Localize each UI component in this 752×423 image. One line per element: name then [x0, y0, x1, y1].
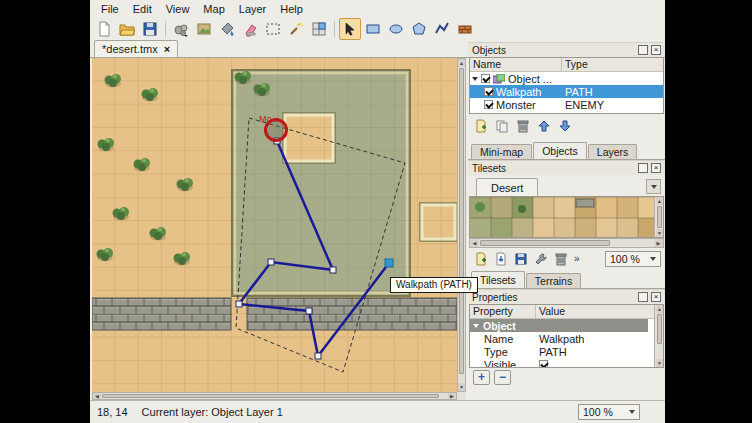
walkpath-row[interactable]: Walkpath PATH — [470, 85, 663, 98]
property-row-type[interactable]: Type PATH — [470, 345, 648, 358]
undock-icon[interactable] — [638, 292, 648, 302]
menu-view[interactable]: View — [159, 1, 197, 17]
remove-object-icon[interactable] — [514, 117, 532, 135]
raise-object-icon[interactable] — [535, 117, 553, 135]
select-same-tile-icon[interactable] — [308, 18, 330, 40]
current-layer-label: Current layer: Object Layer 1 — [142, 406, 283, 418]
document-tab[interactable]: *desert.tmx × — [94, 40, 178, 57]
tab-objects[interactable]: Objects — [533, 142, 587, 159]
menu-help[interactable]: Help — [273, 1, 310, 17]
scroll-up-icon[interactable]: ▲ — [656, 305, 663, 313]
export-tileset-icon[interactable] — [512, 250, 530, 268]
tab-layers[interactable]: Layers — [588, 144, 638, 159]
map-horizontal-scrollbar[interactable]: ◀ ▶ — [92, 392, 457, 400]
tab-tilesets[interactable]: Tilesets — [471, 271, 525, 288]
tileset-dropdown-icon[interactable] — [646, 179, 661, 194]
properties-scrollbar[interactable]: ▲ ▼ — [654, 305, 663, 367]
tileset-properties-icon[interactable] — [532, 250, 550, 268]
terrain-brush-icon[interactable] — [193, 18, 215, 40]
menu-map[interactable]: Map — [196, 1, 231, 17]
lower-object-icon[interactable] — [556, 117, 574, 135]
column-property[interactable]: Property — [470, 305, 536, 318]
tileset-view[interactable]: ▲ ▼ — [469, 196, 664, 238]
tab-mini-map[interactable]: Mini-map — [471, 144, 532, 159]
tileset-zoom-select[interactable]: 100 % — [605, 251, 661, 267]
status-zoom-select[interactable]: 100 % — [578, 404, 640, 420]
save-icon[interactable] — [139, 18, 161, 40]
map-hscroll-thumb[interactable] — [102, 394, 439, 398]
scroll-left-icon[interactable]: ◀ — [470, 239, 479, 247]
tileset-vscroll-thumb[interactable] — [657, 206, 662, 228]
tab-close-icon[interactable]: × — [164, 43, 170, 55]
map-canvas[interactable]: Mo... — [92, 58, 457, 392]
scroll-left-icon[interactable]: ◀ — [93, 393, 101, 399]
object-visible-checkbox[interactable] — [484, 100, 493, 109]
insert-polygon-icon[interactable] — [408, 18, 430, 40]
property-row-name[interactable]: Name Walkpath — [470, 332, 648, 345]
menubar: File Edit View Map Layer Help — [90, 0, 665, 17]
map-vertical-scrollbar[interactable]: ▲ ▼ — [457, 58, 466, 392]
bucket-fill-icon[interactable] — [216, 18, 238, 40]
column-name[interactable]: Name — [470, 58, 562, 71]
scroll-right-icon[interactable]: ▶ — [448, 393, 456, 399]
insert-tile-icon[interactable] — [454, 18, 476, 40]
remove-property-button[interactable]: − — [494, 370, 511, 385]
new-object-icon[interactable] — [472, 117, 490, 135]
scroll-right-icon[interactable]: ▶ — [654, 239, 663, 247]
property-group-object[interactable]: Object — [470, 319, 648, 332]
tileset-tabs: Tilesets Terrains — [468, 271, 665, 289]
undock-icon[interactable] — [638, 163, 648, 173]
insert-polyline-icon[interactable] — [431, 18, 453, 40]
dock-close-icon[interactable]: × — [651, 45, 661, 55]
rectangular-select-icon[interactable] — [262, 18, 284, 40]
map-vscroll-thumb[interactable] — [459, 68, 464, 374]
remove-tileset-icon[interactable] — [552, 250, 570, 268]
new-tileset-icon[interactable] — [472, 250, 490, 268]
object-layer-row[interactable]: Object ... — [470, 72, 663, 85]
duplicate-object-icon[interactable] — [493, 117, 511, 135]
properties-scroll-thumb[interactable] — [657, 314, 662, 344]
menu-file[interactable]: File — [94, 1, 126, 17]
stamp-brush-icon[interactable] — [170, 18, 192, 40]
tileset-tabrow: Desert — [468, 175, 665, 196]
property-row-visible[interactable]: Visible — [470, 358, 648, 368]
monster-row[interactable]: Monster ENEMY — [470, 98, 663, 111]
object-visible-checkbox[interactable] — [484, 87, 493, 96]
scroll-up-icon[interactable]: ▲ — [656, 197, 663, 205]
monster-marker-label: Mo... — [259, 114, 279, 124]
visible-value-checkbox[interactable] — [539, 360, 548, 368]
dock-close-icon[interactable]: × — [651, 292, 661, 302]
tileset-horizontal-scrollbar[interactable]: ◀ ▶ — [469, 238, 664, 248]
tab-terrains[interactable]: Terrains — [526, 273, 581, 288]
layer-visible-checkbox[interactable] — [481, 74, 490, 83]
scroll-down-icon[interactable]: ▼ — [656, 359, 663, 367]
expander-icon[interactable] — [472, 77, 478, 81]
select-objects-icon[interactable] — [339, 18, 361, 40]
eraser-icon[interactable] — [239, 18, 261, 40]
column-value[interactable]: Value — [536, 305, 663, 318]
tileset-hscroll-thumb[interactable] — [480, 240, 610, 246]
scroll-down-icon[interactable]: ▼ — [656, 229, 663, 237]
insert-rectangle-icon[interactable] — [362, 18, 384, 40]
open-file-icon[interactable] — [116, 18, 138, 40]
insert-ellipse-icon[interactable] — [385, 18, 407, 40]
toolbar-overflow-icon[interactable]: » — [572, 253, 582, 264]
map-svg: Mo... — [92, 58, 457, 392]
scroll-up-icon[interactable]: ▲ — [458, 59, 465, 67]
add-property-button[interactable]: + — [473, 370, 490, 385]
expander-icon[interactable] — [473, 324, 479, 328]
scroll-down-icon[interactable]: ▼ — [458, 383, 465, 391]
tileset-vertical-scrollbar[interactable]: ▲ ▼ — [654, 197, 663, 237]
magic-wand-icon[interactable] — [285, 18, 307, 40]
menu-edit[interactable]: Edit — [126, 1, 159, 17]
dock-close-icon[interactable]: × — [651, 163, 661, 173]
menu-layer[interactable]: Layer — [232, 1, 274, 17]
column-type[interactable]: Type — [562, 58, 663, 71]
objects-table: Name Type Object ... Walkpath PATH — [469, 57, 664, 114]
tileset-tab-desert[interactable]: Desert — [476, 178, 538, 196]
tileset-image — [470, 197, 656, 238]
import-tileset-icon[interactable] — [492, 250, 510, 268]
undock-icon[interactable] — [638, 45, 648, 55]
properties-dock-title: Properties — [472, 292, 635, 303]
new-map-icon[interactable] — [93, 18, 115, 40]
